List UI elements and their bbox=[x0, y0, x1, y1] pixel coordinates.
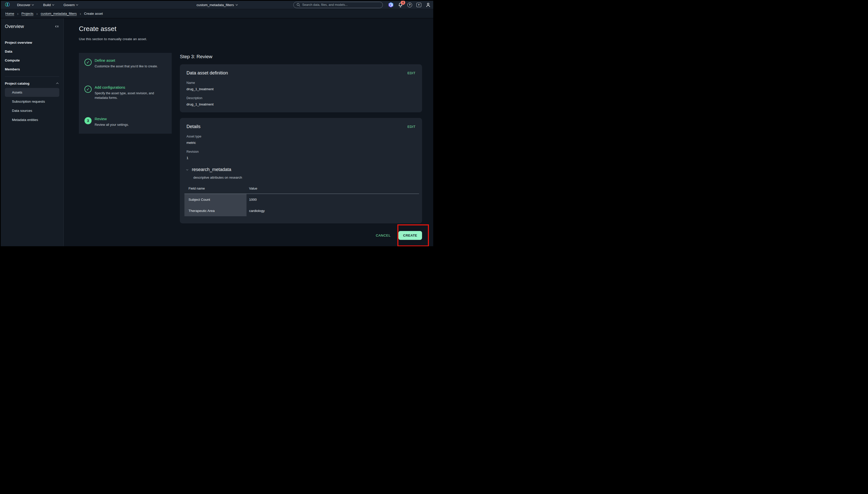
metadata-form-expander[interactable]: research_metadata bbox=[186, 167, 415, 172]
sidebar-item-assets[interactable]: Assets bbox=[5, 88, 59, 97]
data-asset-definition-card: Data asset definition EDIT Name drug_1_t… bbox=[180, 64, 422, 112]
project-selector-label: custom_metadata_filters bbox=[196, 3, 234, 7]
chevron-down-icon bbox=[32, 3, 34, 5]
sidebar-item-subscription-requests[interactable]: Subscription requests bbox=[5, 97, 59, 106]
name-field: Name drug_1_treatment bbox=[186, 81, 415, 91]
notifications-button[interactable]: 4 bbox=[398, 2, 403, 7]
breadcrumb-separator: › bbox=[80, 12, 81, 16]
breadcrumb-separator: › bbox=[36, 12, 38, 16]
nav-menu-label: Discover bbox=[17, 3, 31, 7]
chevron-up-icon bbox=[56, 82, 59, 85]
field-value: drug_1_treatment bbox=[186, 87, 415, 91]
sidebar-nav: Project overview Data Compute Members Pr… bbox=[5, 38, 59, 124]
chevron-down-icon bbox=[76, 3, 78, 5]
nav-menu-label: Build bbox=[43, 3, 51, 7]
step-title: Add configurations bbox=[95, 86, 166, 90]
breadcrumb-home[interactable]: Home bbox=[5, 12, 14, 16]
breadcrumb-current: Create asset bbox=[84, 12, 103, 16]
table-cell-field-name: Therapeutic Area bbox=[184, 205, 247, 216]
column-header-field-name: Field name bbox=[184, 187, 247, 190]
feedback-icon[interactable]: ♥ bbox=[416, 3, 421, 7]
sidebar-divider bbox=[5, 76, 59, 77]
primary-nav: Discover Build Govern bbox=[17, 3, 78, 7]
sidebar-item-project-overview[interactable]: Project overview bbox=[5, 38, 59, 47]
step-complete-icon: ✓ bbox=[85, 59, 92, 66]
metadata-form-description: descriptive attributes on research bbox=[193, 176, 415, 179]
search-input[interactable] bbox=[302, 3, 380, 6]
revision-field: Revision 1 bbox=[186, 150, 415, 160]
step-description: Specify the asset type, asset revision, … bbox=[95, 91, 166, 100]
chevron-down-icon bbox=[236, 3, 238, 5]
breadcrumb-projects[interactable]: Projects bbox=[21, 12, 33, 16]
metadata-table: Field name Value Subject Count 1000 Ther… bbox=[184, 184, 419, 216]
table-cell-value: 1000 bbox=[247, 194, 419, 205]
breadcrumb-separator: › bbox=[17, 12, 19, 16]
nav-menu-build[interactable]: Build bbox=[43, 3, 54, 7]
edit-details-button[interactable]: EDIT bbox=[408, 125, 415, 129]
asset-type-field: Asset type metric bbox=[186, 135, 415, 145]
step-number-icon: 3 bbox=[85, 117, 92, 124]
table-cell-field-name: Subject Count bbox=[184, 194, 247, 205]
page-title: Create asset bbox=[79, 25, 422, 33]
top-nav: Discover Build Govern custom_metadata_fi… bbox=[1, 1, 433, 9]
sidebar: Overview Project overview Data Compute M… bbox=[1, 18, 64, 247]
field-value: drug_1_treatment bbox=[186, 102, 415, 106]
sidebar-item-data[interactable]: Data bbox=[5, 47, 59, 56]
nav-menu-label: Govern bbox=[64, 3, 75, 7]
project-selector[interactable]: custom_metadata_filters bbox=[196, 3, 237, 7]
nav-menu-discover[interactable]: Discover bbox=[17, 3, 34, 7]
collapse-sidebar-icon[interactable] bbox=[55, 25, 59, 29]
amazon-q-icon[interactable] bbox=[388, 2, 394, 7]
step-title: Review bbox=[95, 117, 129, 121]
step-complete-icon: ✓ bbox=[85, 86, 92, 93]
main-content: Create asset Use this section to manuall… bbox=[64, 18, 433, 247]
step-title: Define asset bbox=[95, 58, 158, 62]
sidebar-title: Overview bbox=[5, 24, 24, 29]
card-title: Details bbox=[186, 124, 200, 129]
field-label: Revision bbox=[186, 150, 415, 153]
global-search[interactable] bbox=[293, 2, 383, 8]
step-description: Review all your settings. bbox=[95, 123, 129, 127]
edit-definition-button[interactable]: EDIT bbox=[408, 71, 415, 75]
create-button[interactable]: CREATE bbox=[398, 231, 422, 240]
step-description: Customize the asset that you'd like to c… bbox=[95, 64, 158, 69]
card-title: Data asset definition bbox=[186, 70, 228, 76]
table-cell-value: cardiology bbox=[247, 205, 419, 216]
page-subtitle: Use this section to manually create an a… bbox=[79, 37, 422, 41]
field-value: 1 bbox=[186, 156, 415, 160]
sidebar-item-data-sources[interactable]: Data sources bbox=[5, 106, 59, 115]
sidebar-item-members[interactable]: Members bbox=[5, 65, 59, 73]
sidebar-item-metadata-entities[interactable]: Metadata entities bbox=[5, 115, 59, 124]
chevron-down-icon bbox=[186, 168, 188, 170]
metadata-form-section: research_metadata descriptive attributes… bbox=[186, 167, 415, 216]
help-icon[interactable]: ? bbox=[407, 2, 412, 7]
user-profile-icon[interactable] bbox=[426, 2, 431, 7]
chevron-down-icon bbox=[52, 3, 54, 5]
details-card: Details EDIT Asset type metric Revision … bbox=[180, 118, 422, 223]
review-panel: Step 3: Review Data asset definition EDI… bbox=[180, 53, 422, 240]
sidebar-section-label: Project catalog bbox=[5, 81, 30, 86]
metadata-form-name: research_metadata bbox=[192, 167, 231, 172]
field-label: Description bbox=[186, 96, 415, 100]
field-label: Asset type bbox=[186, 135, 415, 138]
column-header-value: Value bbox=[247, 187, 257, 190]
notification-badge: 4 bbox=[401, 0, 405, 5]
cancel-button[interactable]: CANCEL bbox=[376, 233, 391, 238]
table-row: Subject Count 1000 bbox=[184, 194, 419, 205]
step-review[interactable]: 3 Review Review all your settings. bbox=[85, 117, 166, 127]
description-field: Description drug_1_treatment bbox=[186, 96, 415, 106]
step-add-configurations[interactable]: ✓ Add configurations Specify the asset t… bbox=[85, 86, 166, 100]
sidebar-section-project-catalog[interactable]: Project catalog bbox=[5, 79, 59, 88]
topnav-actions: 4 ? ♥ bbox=[293, 2, 431, 8]
search-icon bbox=[296, 3, 300, 6]
nav-menu-govern[interactable]: Govern bbox=[64, 3, 78, 7]
sidebar-item-compute[interactable]: Compute bbox=[5, 56, 59, 64]
breadcrumb-project[interactable]: custom_metadata_filters bbox=[41, 12, 77, 16]
app-logo-icon[interactable] bbox=[4, 2, 11, 8]
step-define-asset[interactable]: ✓ Define asset Customize the asset that … bbox=[85, 58, 166, 69]
table-header-row: Field name Value bbox=[184, 184, 419, 194]
app-window: { "topnav": { "menus": [ { "label": "Dis… bbox=[0, 0, 434, 247]
wizard-stepper: ✓ Define asset Customize the asset that … bbox=[79, 53, 172, 134]
breadcrumb: Home › Projects › custom_metadata_filter… bbox=[1, 9, 433, 18]
table-row: Therapeutic Area cardiology bbox=[184, 205, 419, 216]
